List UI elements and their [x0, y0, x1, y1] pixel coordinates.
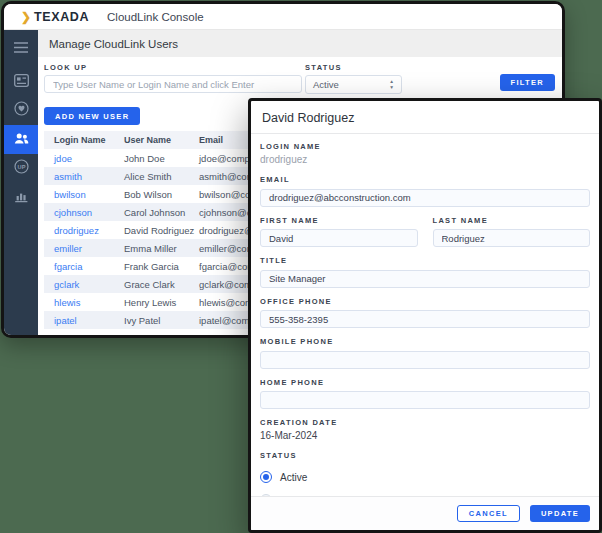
mobile-phone-input[interactable] [260, 351, 590, 369]
first-name-field-group: FIRST NAME [260, 216, 418, 248]
sidebar-item-heart-circle[interactable] [4, 96, 38, 125]
login-name-label: LOGIN NAME [260, 142, 590, 151]
modal-title: David Rodriguez [251, 101, 599, 134]
login-link[interactable]: bwilson [54, 189, 86, 200]
add-new-user-button[interactable]: ADD NEW USER [44, 107, 140, 125]
last-name-input[interactable] [433, 229, 591, 247]
bar-chart-icon [14, 189, 29, 207]
col-header-login: Login Name [44, 135, 114, 145]
sidebar-item-users[interactable] [4, 125, 38, 154]
login-link[interactable]: ipatel [54, 315, 77, 326]
login-name-field-group: LOGIN NAMEdrodriguez [260, 142, 590, 166]
office-phone-field-group: OFFICE PHONE [260, 297, 590, 329]
user-name-cell: Frank Garcia [114, 261, 189, 272]
status-option-label: Active [280, 472, 307, 483]
home-phone-field-group: HOME PHONE [260, 378, 590, 410]
mobile-phone-label: MOBILE PHONE [260, 337, 590, 346]
mobile-phone-field-group: MOBILE PHONE [260, 337, 590, 369]
last-name-field-group: LAST NAME [433, 216, 591, 248]
status-radio-active[interactable]: Active [260, 471, 590, 483]
home-phone-label: HOME PHONE [260, 378, 590, 387]
name-fields-row: FIRST NAMELAST NAME [260, 216, 590, 257]
radio-icon [260, 471, 272, 483]
office-phone-input[interactable] [260, 310, 590, 328]
edit-user-modal: David Rodriguez LOGIN NAMEdrodriguezEMAI… [248, 98, 602, 533]
status-select-value: Active [313, 79, 339, 90]
select-updown-icon: ▲▼ [389, 79, 394, 89]
app-title: CloudLink Console [107, 11, 204, 23]
user-name-cell: Carol Johnson [114, 207, 189, 218]
user-name-cell: Grace Clark [114, 279, 189, 290]
app-header: ❯ TEXADA CloudLink Console [4, 4, 562, 30]
sidebar-item-card[interactable] [4, 67, 38, 96]
status-filter-label: STATUS [305, 63, 402, 72]
brand-chevron-icon: ❯ [21, 10, 31, 24]
desktop-background: { "header": { "brand_chevron": "❯", "bra… [0, 0, 602, 533]
login-link[interactable]: cjohnson [54, 207, 92, 218]
creation-date-field-group: CREATION DATE16-Mar-2024 [260, 418, 590, 442]
creation-date-label: CREATION DATE [260, 418, 590, 427]
users-icon [14, 131, 29, 149]
login-link[interactable]: asmith [54, 171, 82, 182]
home-phone-input[interactable] [260, 391, 590, 409]
sidebar-item-bar-chart[interactable] [4, 183, 38, 212]
first-name-input[interactable] [260, 229, 418, 247]
modal-status-label: STATUS [260, 451, 590, 460]
login-link[interactable]: fgarcia [54, 261, 83, 272]
login-name-value: drodriguez [260, 154, 590, 166]
login-link[interactable]: jdoe [54, 153, 72, 164]
svg-text:UP: UP [17, 164, 25, 170]
user-name-cell: John Doe [114, 153, 189, 164]
sidebar: UP [4, 30, 38, 335]
user-name-cell: Ivy Patel [114, 315, 189, 326]
office-phone-label: OFFICE PHONE [260, 297, 590, 306]
last-name-label: LAST NAME [433, 216, 591, 225]
title-field-group: TITLE [260, 256, 590, 288]
user-name-cell: David Rodriguez [114, 225, 189, 236]
col-header-username: User Name [114, 135, 189, 145]
login-link[interactable]: drodriguez [54, 225, 99, 236]
cancel-button[interactable]: CANCEL [457, 505, 520, 522]
login-link[interactable]: gclark [54, 279, 79, 290]
menu-icon [14, 39, 28, 57]
lookup-label: LOOK UP [44, 63, 302, 72]
first-name-label: FIRST NAME [260, 216, 418, 225]
user-name-cell: Bob Wilson [114, 189, 189, 200]
search-input[interactable] [44, 75, 302, 93]
heart-circle-icon [14, 101, 29, 120]
status-filter-group: STATUS Active ▲▼ [305, 63, 402, 94]
login-link[interactable]: hlewis [54, 297, 80, 308]
user-name-cell: Alice Smith [114, 171, 189, 182]
filter-button[interactable]: FILTER [500, 74, 556, 91]
page-title: Manage CloudLink Users [38, 30, 562, 57]
card-icon [14, 73, 29, 91]
brand-logo: TEXADA [34, 10, 89, 24]
login-link[interactable]: emiller [54, 243, 82, 254]
email-field-group: EMAIL [260, 175, 590, 207]
up-badge-icon: UP [14, 159, 29, 178]
creation-date-value: 16-Mar-2024 [260, 430, 590, 442]
title-input[interactable] [260, 270, 590, 288]
email-input[interactable] [260, 189, 590, 207]
user-name-cell: Henry Lewis [114, 297, 189, 308]
update-button[interactable]: UPDATE [530, 505, 590, 522]
user-name-cell: Emma Miller [114, 243, 189, 254]
status-select[interactable]: Active ▲▼ [305, 75, 402, 94]
sidebar-item-menu[interactable] [4, 35, 38, 61]
sidebar-item-up-badge[interactable]: UP [4, 154, 38, 183]
title-label: TITLE [260, 256, 590, 265]
email-label: EMAIL [260, 175, 590, 184]
modal-body: LOGIN NAMEdrodriguezEMAILFIRST NAMELAST … [251, 134, 599, 496]
lookup-group: LOOK UP [44, 63, 302, 93]
modal-footer: CANCEL UPDATE [251, 496, 599, 530]
